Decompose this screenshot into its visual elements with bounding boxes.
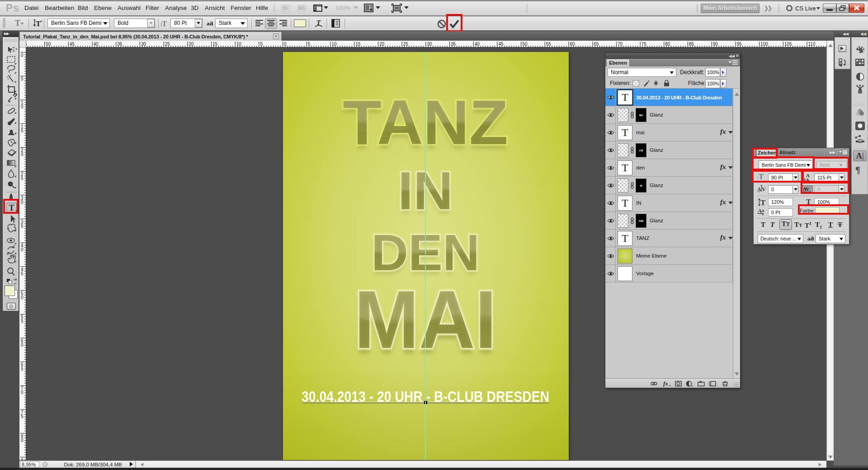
svg-text:70: 70 — [618, 42, 623, 47]
svg-text:100: 100 — [760, 42, 768, 47]
svg-text:0: 0 — [21, 53, 24, 58]
svg-text:20: 20 — [379, 42, 385, 47]
svg-text:5: 5 — [21, 367, 24, 371]
svg-text:25: 25 — [403, 42, 409, 47]
svg-text:25: 25 — [165, 42, 170, 47]
svg-text:0: 0 — [21, 247, 24, 252]
svg-text:110: 110 — [808, 42, 816, 47]
svg-text:T: T — [36, 19, 41, 28]
svg-text:5: 5 — [21, 76, 24, 81]
svg-text:35: 35 — [117, 42, 123, 47]
svg-text:30: 30 — [141, 42, 146, 47]
svg-text:20: 20 — [189, 42, 194, 47]
svg-text:60: 60 — [570, 42, 576, 47]
svg-text:5: 5 — [21, 319, 24, 324]
svg-text:15: 15 — [212, 42, 218, 47]
svg-text:35: 35 — [451, 42, 456, 47]
svg-text:95: 95 — [736, 42, 742, 47]
svg-text:fx: fx — [663, 381, 668, 387]
svg-text:10: 10 — [332, 42, 337, 47]
svg-text:10: 10 — [236, 42, 242, 47]
svg-text:5: 5 — [21, 224, 24, 229]
svg-text:0: 0 — [21, 200, 24, 205]
svg-text:45: 45 — [70, 42, 75, 47]
svg-text:30: 30 — [427, 42, 432, 47]
svg-text:40: 40 — [475, 42, 480, 47]
svg-text:65: 65 — [594, 42, 599, 47]
svg-text:50: 50 — [522, 42, 528, 47]
svg-text:5: 5 — [260, 42, 263, 47]
svg-text:V: V — [762, 186, 766, 193]
svg-text:5: 5 — [308, 42, 311, 47]
svg-text:0: 0 — [21, 295, 24, 300]
svg-text:85: 85 — [689, 42, 694, 47]
svg-text:45: 45 — [498, 42, 504, 47]
svg-text:5: 5 — [21, 414, 24, 419]
svg-text:0: 0 — [21, 390, 24, 395]
svg-text:5: 5 — [21, 128, 24, 133]
svg-text:55: 55 — [546, 42, 552, 47]
svg-text:a: a — [762, 208, 764, 213]
svg-text:5: 5 — [21, 176, 24, 181]
svg-text:0: 0 — [21, 343, 24, 348]
svg-text:80: 80 — [665, 42, 670, 47]
svg-text:15: 15 — [355, 42, 361, 47]
svg-text:0: 0 — [21, 152, 24, 157]
svg-text:5: 5 — [21, 271, 24, 276]
svg-text:T: T — [760, 198, 766, 207]
svg-text:50: 50 — [46, 42, 51, 47]
svg-text:A: A — [757, 186, 761, 193]
svg-text:105: 105 — [784, 42, 792, 47]
svg-text:0: 0 — [21, 104, 24, 109]
svg-text:0: 0 — [21, 438, 24, 443]
svg-text:0: 0 — [284, 42, 287, 47]
svg-text:75: 75 — [642, 42, 647, 47]
svg-text:90: 90 — [713, 42, 718, 47]
svg-text:8: 8 — [21, 458, 24, 461]
svg-text:40: 40 — [94, 42, 99, 47]
